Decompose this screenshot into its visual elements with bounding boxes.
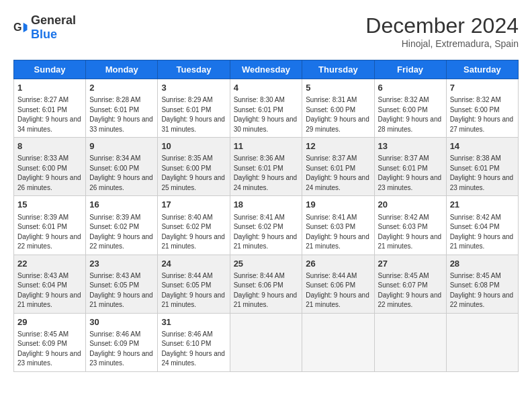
- day-number: 27: [378, 258, 443, 270]
- day-number: 18: [234, 199, 299, 211]
- logo-icon: G: [13, 20, 28, 35]
- day-number: 4: [234, 82, 299, 94]
- logo-blue: Blue: [31, 28, 57, 41]
- column-header-monday: Monday: [86, 60, 158, 79]
- page-header: G General Blue December 2024 Hinojal, Ex…: [13, 13, 519, 49]
- column-header-thursday: Thursday: [302, 60, 374, 79]
- day-number: 25: [234, 258, 299, 270]
- day-number: 11: [234, 140, 299, 152]
- day-info: Sunrise: 8:42 AMSunset: 6:03 PMDaylight:…: [378, 213, 443, 252]
- calendar-week-row: 1Sunrise: 8:27 AMSunset: 6:01 PMDaylight…: [14, 79, 519, 138]
- calendar-cell: 28Sunrise: 8:45 AMSunset: 6:08 PMDayligh…: [446, 255, 518, 313]
- day-number: 29: [17, 316, 82, 328]
- calendar-week-row: 15Sunrise: 8:39 AMSunset: 6:01 PMDayligh…: [14, 196, 519, 255]
- calendar-week-row: 8Sunrise: 8:33 AMSunset: 6:00 PMDaylight…: [14, 138, 519, 196]
- calendar-cell: 21Sunrise: 8:42 AMSunset: 6:04 PMDayligh…: [446, 196, 518, 255]
- day-number: 3: [161, 82, 226, 94]
- calendar-week-row: 22Sunrise: 8:43 AMSunset: 6:04 PMDayligh…: [14, 255, 519, 313]
- day-number: 17: [161, 199, 226, 211]
- calendar-cell: 24Sunrise: 8:44 AMSunset: 6:05 PMDayligh…: [158, 255, 230, 313]
- day-number: 23: [89, 258, 154, 270]
- calendar-cell: 19Sunrise: 8:41 AMSunset: 6:03 PMDayligh…: [302, 196, 374, 255]
- day-number: 1: [17, 82, 82, 94]
- day-number: 16: [89, 199, 154, 211]
- calendar-week-row: 29Sunrise: 8:45 AMSunset: 6:09 PMDayligh…: [14, 313, 519, 371]
- day-info: Sunrise: 8:44 AMSunset: 6:06 PMDaylight:…: [234, 271, 299, 310]
- day-info: Sunrise: 8:39 AMSunset: 6:02 PMDaylight:…: [89, 213, 154, 252]
- day-number: 31: [161, 316, 226, 328]
- day-number: 12: [306, 140, 370, 152]
- day-info: Sunrise: 8:37 AMSunset: 6:01 PMDaylight:…: [306, 154, 370, 193]
- day-info: Sunrise: 8:33 AMSunset: 6:00 PMDaylight:…: [17, 154, 82, 193]
- day-number: 22: [17, 258, 82, 270]
- day-info: Sunrise: 8:39 AMSunset: 6:01 PMDaylight:…: [17, 213, 82, 252]
- calendar-cell: 18Sunrise: 8:41 AMSunset: 6:02 PMDayligh…: [230, 196, 302, 255]
- day-info: Sunrise: 8:32 AMSunset: 6:00 PMDaylight:…: [450, 95, 515, 134]
- day-number: 2: [89, 82, 154, 94]
- calendar-cell: 5Sunrise: 8:31 AMSunset: 6:00 PMDaylight…: [302, 79, 374, 138]
- day-info: Sunrise: 8:44 AMSunset: 6:06 PMDaylight:…: [306, 271, 370, 310]
- day-info: Sunrise: 8:41 AMSunset: 6:03 PMDaylight:…: [306, 213, 370, 252]
- day-info: Sunrise: 8:44 AMSunset: 6:05 PMDaylight:…: [161, 271, 226, 310]
- calendar-cell: 22Sunrise: 8:43 AMSunset: 6:04 PMDayligh…: [14, 255, 86, 313]
- logo-general: General: [31, 13, 76, 27]
- day-info: Sunrise: 8:31 AMSunset: 6:00 PMDaylight:…: [306, 95, 370, 134]
- calendar-title: December 2024: [365, 13, 519, 38]
- calendar-cell: 15Sunrise: 8:39 AMSunset: 6:01 PMDayligh…: [14, 196, 86, 255]
- calendar-cell: [374, 313, 446, 371]
- calendar-cell: 1Sunrise: 8:27 AMSunset: 6:01 PMDaylight…: [14, 79, 86, 138]
- day-number: 9: [89, 140, 154, 152]
- day-info: Sunrise: 8:29 AMSunset: 6:01 PMDaylight:…: [161, 95, 226, 134]
- calendar-cell: 20Sunrise: 8:42 AMSunset: 6:03 PMDayligh…: [374, 196, 446, 255]
- day-info: Sunrise: 8:38 AMSunset: 6:01 PMDaylight:…: [450, 154, 515, 193]
- day-info: Sunrise: 8:46 AMSunset: 6:10 PMDaylight:…: [161, 330, 226, 369]
- day-info: Sunrise: 8:34 AMSunset: 6:00 PMDaylight:…: [89, 154, 154, 193]
- day-info: Sunrise: 8:32 AMSunset: 6:00 PMDaylight:…: [378, 95, 443, 134]
- column-header-saturday: Saturday: [446, 60, 518, 79]
- calendar-cell: 8Sunrise: 8:33 AMSunset: 6:00 PMDaylight…: [14, 138, 86, 196]
- calendar-cell: 11Sunrise: 8:36 AMSunset: 6:01 PMDayligh…: [230, 138, 302, 196]
- day-number: 7: [450, 82, 515, 94]
- day-info: Sunrise: 8:27 AMSunset: 6:01 PMDaylight:…: [17, 95, 82, 134]
- day-info: Sunrise: 8:35 AMSunset: 6:00 PMDaylight:…: [161, 154, 226, 193]
- day-number: 30: [89, 316, 154, 328]
- day-number: 5: [306, 82, 370, 94]
- calendar-cell: 31Sunrise: 8:46 AMSunset: 6:10 PMDayligh…: [158, 313, 230, 371]
- day-number: 10: [161, 140, 226, 152]
- day-info: Sunrise: 8:42 AMSunset: 6:04 PMDaylight:…: [450, 213, 515, 252]
- calendar-cell: 25Sunrise: 8:44 AMSunset: 6:06 PMDayligh…: [230, 255, 302, 313]
- calendar-cell: 13Sunrise: 8:37 AMSunset: 6:01 PMDayligh…: [374, 138, 446, 196]
- calendar-subtitle: Hinojal, Extremadura, Spain: [365, 38, 519, 49]
- calendar-cell: [446, 313, 518, 371]
- day-info: Sunrise: 8:45 AMSunset: 6:07 PMDaylight:…: [378, 271, 443, 310]
- calendar-cell: [302, 313, 374, 371]
- day-number: 26: [306, 258, 370, 270]
- calendar-cell: 10Sunrise: 8:35 AMSunset: 6:00 PMDayligh…: [158, 138, 230, 196]
- calendar-table: SundayMondayTuesdayWednesdayThursdayFrid…: [13, 60, 519, 372]
- column-header-tuesday: Tuesday: [158, 60, 230, 79]
- day-info: Sunrise: 8:45 AMSunset: 6:08 PMDaylight:…: [450, 271, 515, 310]
- calendar-cell: 2Sunrise: 8:28 AMSunset: 6:01 PMDaylight…: [86, 79, 158, 138]
- logo: G General Blue: [13, 13, 76, 42]
- day-number: 21: [450, 199, 515, 211]
- calendar-cell: 12Sunrise: 8:37 AMSunset: 6:01 PMDayligh…: [302, 138, 374, 196]
- calendar-cell: 27Sunrise: 8:45 AMSunset: 6:07 PMDayligh…: [374, 255, 446, 313]
- column-header-friday: Friday: [374, 60, 446, 79]
- day-info: Sunrise: 8:46 AMSunset: 6:09 PMDaylight:…: [89, 330, 154, 369]
- calendar-cell: 6Sunrise: 8:32 AMSunset: 6:00 PMDaylight…: [374, 79, 446, 138]
- day-info: Sunrise: 8:28 AMSunset: 6:01 PMDaylight:…: [89, 95, 154, 134]
- calendar-cell: 3Sunrise: 8:29 AMSunset: 6:01 PMDaylight…: [158, 79, 230, 138]
- title-section: December 2024 Hinojal, Extremadura, Spai…: [365, 13, 519, 49]
- calendar-cell: 30Sunrise: 8:46 AMSunset: 6:09 PMDayligh…: [86, 313, 158, 371]
- day-info: Sunrise: 8:37 AMSunset: 6:01 PMDaylight:…: [378, 154, 443, 193]
- day-info: Sunrise: 8:41 AMSunset: 6:02 PMDaylight:…: [234, 213, 299, 252]
- calendar-cell: 17Sunrise: 8:40 AMSunset: 6:02 PMDayligh…: [158, 196, 230, 255]
- calendar-cell: 9Sunrise: 8:34 AMSunset: 6:00 PMDaylight…: [86, 138, 158, 196]
- day-info: Sunrise: 8:30 AMSunset: 6:01 PMDaylight:…: [234, 95, 299, 134]
- calendar-cell: 14Sunrise: 8:38 AMSunset: 6:01 PMDayligh…: [446, 138, 518, 196]
- day-number: 28: [450, 258, 515, 270]
- day-info: Sunrise: 8:45 AMSunset: 6:09 PMDaylight:…: [17, 330, 82, 369]
- calendar-cell: 26Sunrise: 8:44 AMSunset: 6:06 PMDayligh…: [302, 255, 374, 313]
- day-number: 19: [306, 199, 370, 211]
- day-info: Sunrise: 8:43 AMSunset: 6:04 PMDaylight:…: [17, 271, 82, 310]
